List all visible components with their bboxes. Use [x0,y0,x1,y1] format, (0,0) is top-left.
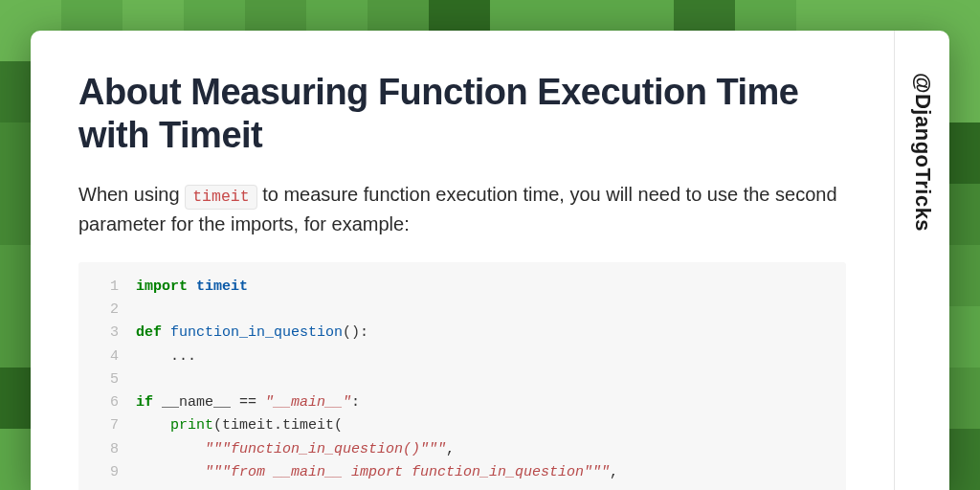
code-block: 1import timeit2 3def function_in_questio… [78,262,846,490]
line-number: 8 [96,438,119,461]
code-line: 7 print(timeit.timeit( [96,414,829,437]
twitter-handle: @DjangoTricks [910,73,935,232]
page-title: About Measuring Function Execution Time … [78,71,846,157]
content-card: About Measuring Function Execution Time … [31,31,949,490]
line-content: import timeit [119,276,248,299]
sidebar: @DjangoTricks [894,31,949,490]
line-number: 2 [96,299,119,322]
code-line: 3def function_in_question(): [96,322,829,345]
line-content: def function_in_question(): [119,322,368,345]
inline-code-timeit: timeit [185,185,256,210]
line-number: 4 [96,345,119,368]
para-pre: When using [78,184,185,205]
code-line: 6if __name__ == "__main__": [96,391,829,414]
intro-paragraph: When using timeit to measure function ex… [78,180,846,239]
line-content: ... [119,345,196,368]
line-number: 9 [96,461,119,484]
code-line: 8 """function_in_question()""", [96,438,829,461]
code-line: 2 [96,299,829,322]
code-line: 9 """from __main__ import function_in_qu… [96,461,829,484]
line-number: 6 [96,391,119,414]
line-content: print(timeit.timeit( [119,414,343,437]
line-content: """function_in_question()""", [119,438,455,461]
code-line: 4 ... [96,345,829,368]
line-number: 3 [96,322,119,345]
main-content: About Measuring Function Execution Time … [31,31,894,490]
line-number: 5 [96,368,119,391]
line-number: 1 [96,276,119,299]
line-number: 7 [96,414,119,437]
line-content: if __name__ == "__main__": [119,391,360,414]
line-content: """from __main__ import function_in_ques… [119,461,618,484]
code-line: 5 [96,368,829,391]
code-line: 1import timeit [96,276,829,299]
line-content [119,299,145,322]
line-content [119,368,145,391]
